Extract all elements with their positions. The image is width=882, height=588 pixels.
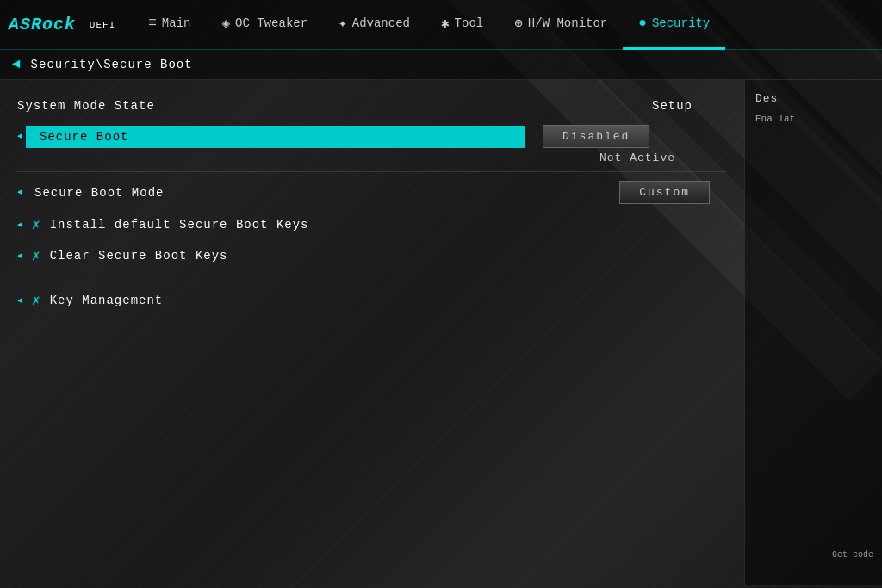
key-management-row[interactable]: ◄ ✗ Key Management: [17, 285, 727, 316]
install-keys-indicator: ◄: [17, 220, 23, 230]
nav-oc-label: OC Tweaker: [235, 16, 307, 30]
nav-security-label: Security: [652, 16, 710, 30]
nav-main[interactable]: ≡ Main: [133, 0, 206, 50]
back-arrow-icon[interactable]: ◄: [12, 57, 21, 72]
key-mgmt-indicator: ◄: [17, 296, 23, 306]
settings-panel: System Mode State Setup ◄ Secure Boot Di…: [0, 80, 744, 585]
desc-header: Des: [755, 92, 872, 105]
brand-logo: ASRock UEFI: [9, 15, 115, 34]
clear-keys-icon: ✗: [32, 247, 41, 264]
clear-keys-label: Clear Secure Boot Keys: [50, 249, 228, 263]
secure-boot-mode-value[interactable]: Custom: [619, 181, 710, 204]
secure-boot-mode-row[interactable]: ◄ Secure Boot Mode Custom: [17, 181, 727, 204]
nav-tool-icon: ✱: [441, 15, 450, 32]
secure-boot-disabled-btn[interactable]: Disabled: [543, 125, 649, 148]
nav-advanced-label: Advanced: [352, 16, 410, 30]
get-code-text: Get code: [832, 550, 873, 560]
breadcrumb-path: Security\Secure Boot: [31, 58, 193, 71]
description-panel: Des Ena lat Get code: [744, 80, 882, 585]
system-mode-state-value: Setup: [652, 99, 693, 113]
clear-keys-indicator: ◄: [17, 251, 23, 261]
nav-security[interactable]: ● Security: [623, 0, 725, 50]
install-keys-icon: ✗: [32, 216, 41, 233]
secure-boot-indicator: ◄: [17, 132, 22, 141]
nav-oc-tweaker[interactable]: ◈ OC Tweaker: [206, 0, 323, 50]
top-navbar: ASRock UEFI ≡ Main ◈ OC Tweaker ✦ Advanc…: [0, 0, 882, 50]
nav-tool[interactable]: ✱ Tool: [425, 0, 499, 50]
system-mode-state-row: System Mode State Setup: [17, 94, 727, 118]
key-mgmt-icon: ✗: [32, 292, 41, 309]
nav-advanced-icon: ✦: [339, 15, 347, 32]
nav-hw-label: H/W Monitor: [528, 16, 607, 30]
install-keys-row[interactable]: ◄ ✗ Install default Secure Boot Keys: [17, 209, 727, 240]
nav-hw-icon: ⊕: [514, 15, 523, 32]
key-management-label: Key Management: [50, 294, 164, 307]
breadcrumb: ◄ Security\Secure Boot: [0, 50, 882, 80]
nav-tool-label: Tool: [455, 16, 484, 30]
secure-boot-mode-label: Secure Boot Mode: [34, 186, 164, 200]
secure-boot-substatus: Not Active: [17, 152, 710, 164]
secure-boot-label[interactable]: Secure Boot: [26, 126, 525, 148]
clear-keys-row[interactable]: ◄ ✗ Clear Secure Boot Keys: [17, 240, 727, 271]
main-content: System Mode State Setup ◄ Secure Boot Di…: [0, 80, 882, 585]
secure-boot-row[interactable]: ◄ Secure Boot Disabled: [17, 125, 727, 148]
nav-security-icon: ●: [638, 15, 647, 31]
nav-advanced[interactable]: ✦ Advanced: [323, 0, 425, 50]
secure-boot-mode-indicator: ◄: [17, 188, 22, 197]
nav-oc-icon: ◈: [221, 15, 230, 32]
nav-hw-monitor[interactable]: ⊕ H/W Monitor: [499, 0, 623, 50]
nav-main-icon: ≡: [148, 15, 157, 31]
system-mode-state-label: System Mode State: [17, 99, 155, 113]
desc-text: Ena lat: [755, 112, 872, 127]
install-keys-label: Install default Secure Boot Keys: [50, 218, 309, 232]
secure-boot-value-area: Disabled: [534, 125, 649, 148]
nav-main-label: Main: [162, 16, 191, 30]
